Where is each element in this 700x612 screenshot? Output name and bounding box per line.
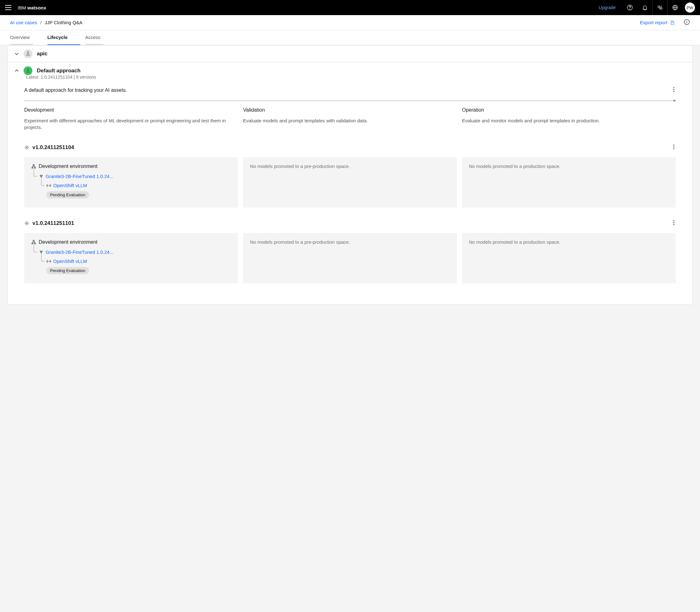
- chevron-up-icon[interactable]: [14, 68, 19, 73]
- export-report-button[interactable]: Export report: [640, 20, 675, 25]
- svg-rect-23: [32, 243, 33, 244]
- brand-label: IBM watsonx: [18, 5, 46, 10]
- svg-point-9: [674, 91, 674, 92]
- validation-empty-card: No models promoted to a pre-production s…: [243, 157, 457, 208]
- version-block: v1.0.2411251101 Development environment: [24, 219, 676, 283]
- version-title: v1.0.2411251101: [32, 220, 74, 226]
- svg-point-12: [674, 147, 674, 148]
- approach-section-default: Default approach Latest: 1.0.2411251104 …: [8, 62, 692, 304]
- section-title: Default approach: [37, 68, 81, 74]
- chevron-down-icon[interactable]: [14, 51, 19, 56]
- breadcrumb-bar: AI use cases / JJP Clothing Q&A Export r…: [0, 15, 700, 30]
- svg-rect-24: [34, 243, 36, 244]
- deployment-icon: [46, 183, 51, 188]
- env-label: Development environment: [39, 164, 97, 169]
- tab-access[interactable]: Access: [85, 30, 113, 45]
- svg-point-21: [674, 224, 674, 225]
- globe-icon[interactable]: [667, 0, 682, 15]
- hamburger-menu-icon[interactable]: [5, 4, 11, 11]
- overflow-menu-icon[interactable]: [672, 86, 676, 94]
- svg-point-10: [26, 147, 27, 148]
- upgrade-link[interactable]: Upgrade: [598, 5, 616, 10]
- model-link[interactable]: Granite3-2B-FineTuned 1.0.24...: [46, 249, 113, 255]
- approach-section-apic: apic: [8, 45, 692, 62]
- breadcrumb-current: JJP Clothing Q&A: [45, 20, 82, 25]
- version-icon: [24, 221, 29, 226]
- avatar[interactable]: PW: [685, 2, 695, 13]
- validation-empty-card: No models promoted to a pre-production s…: [243, 233, 457, 283]
- phase-title: Operation: [462, 107, 676, 113]
- deployment-link[interactable]: OpenShift vLLM: [53, 259, 87, 264]
- svg-rect-14: [33, 165, 34, 165]
- tab-lifecycle[interactable]: Lifecycle: [48, 30, 80, 45]
- svg-point-19: [674, 221, 674, 221]
- data-icon[interactable]: [652, 0, 667, 15]
- env-label: Development environment: [39, 239, 97, 245]
- dev-environment-card: Development environment Granite3-2B-Fine…: [24, 233, 238, 283]
- overflow-menu-icon[interactable]: [672, 143, 676, 152]
- svg-point-20: [674, 222, 674, 223]
- svg-rect-6: [686, 22, 687, 24]
- hierarchy-icon: [31, 164, 36, 169]
- breadcrumb-parent-link[interactable]: AI use cases: [10, 20, 37, 25]
- info-icon[interactable]: [684, 19, 690, 26]
- svg-rect-22: [33, 240, 34, 241]
- branch-icon: [24, 66, 32, 75]
- phase-desc: Evaluate models and prompt templates wit…: [243, 117, 457, 124]
- version-block: v1.0.2411251104 Development environment: [24, 143, 676, 208]
- svg-point-11: [674, 145, 674, 145]
- svg-point-13: [674, 149, 674, 149]
- svg-point-18: [26, 223, 27, 224]
- svg-rect-15: [32, 167, 33, 168]
- svg-point-25: [49, 261, 49, 262]
- model-link[interactable]: Granite3-2B-FineTuned 1.0.24...: [46, 173, 113, 179]
- phase-title: Development: [24, 107, 238, 113]
- deployment-link[interactable]: OpenShift vLLM: [53, 183, 87, 188]
- phase-development: Development Experiment with different ap…: [24, 107, 238, 130]
- export-icon: [670, 20, 675, 25]
- status-badge: Pending Evaluation: [46, 267, 89, 274]
- svg-rect-16: [34, 167, 36, 168]
- svg-point-17: [49, 185, 49, 186]
- version-title: v1.0.2411251104: [32, 144, 74, 151]
- deployment-icon: [46, 259, 51, 264]
- top-header: IBM watsonx Upgrade PW: [0, 0, 700, 15]
- notification-icon[interactable]: [637, 0, 652, 15]
- operation-empty-card: No models promoted to a production space…: [462, 157, 676, 208]
- section-title: apic: [37, 51, 48, 57]
- help-icon[interactable]: [622, 0, 637, 15]
- overflow-menu-icon[interactable]: [672, 219, 676, 227]
- operation-empty-card: No models promoted to a production space…: [462, 233, 676, 283]
- phase-validation: Validation Evaluate models and prompt te…: [243, 107, 457, 130]
- tab-overview[interactable]: Overview: [10, 30, 42, 45]
- breadcrumb: AI use cases / JJP Clothing Q&A: [10, 20, 82, 25]
- dev-environment-card: Development environment Granite3-2B-Fine…: [24, 157, 238, 208]
- status-badge: Pending Evaluation: [46, 191, 89, 198]
- phase-desc: Experiment with different approaches of …: [24, 117, 238, 130]
- section-subtitle: Latest: 1.0.2411251104 | 9 versions: [26, 74, 692, 82]
- phase-desc: Evaluate and monitor models and prompt t…: [462, 117, 676, 124]
- svg-point-8: [674, 89, 674, 90]
- content-area: apic Default approach Latest: 1.0.241125…: [0, 45, 700, 312]
- breadcrumb-separator: /: [40, 20, 42, 25]
- phase-operation: Operation Evaluate and monitor models an…: [462, 107, 676, 130]
- svg-point-5: [686, 20, 687, 21]
- hierarchy-icon: [31, 240, 36, 245]
- phase-title: Validation: [243, 107, 457, 113]
- tabs: Overview Lifecycle Access: [0, 30, 700, 45]
- version-icon: [24, 145, 29, 150]
- branch-icon: [24, 50, 32, 58]
- approach-description: A default approach for tracking your AI …: [24, 87, 672, 93]
- phase-arrow: [24, 101, 676, 101]
- svg-point-7: [674, 87, 674, 88]
